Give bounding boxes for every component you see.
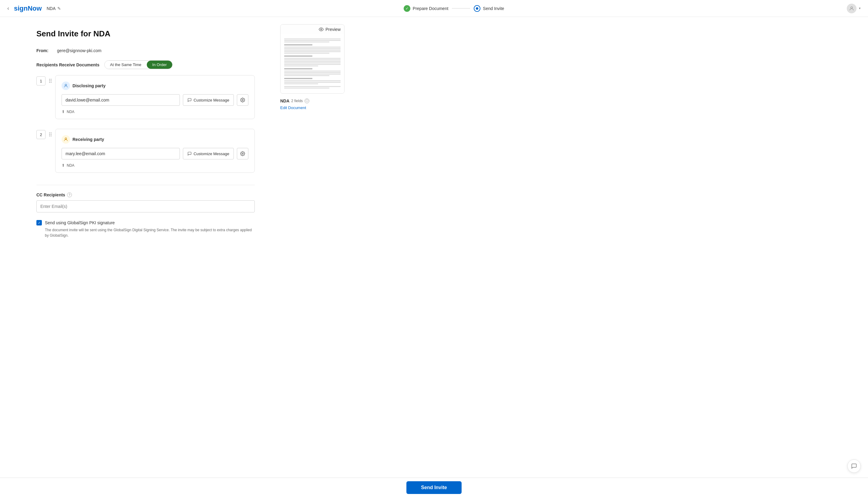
cc-section: CC Recipients ? bbox=[37, 193, 255, 212]
recipient-body-2: Customize Message bbox=[61, 148, 248, 159]
recipient-type-1: Disclosing party bbox=[72, 83, 106, 88]
user-avatar[interactable] bbox=[847, 4, 856, 13]
recipients-label: Recipients Receive Documents bbox=[37, 62, 99, 67]
recipient-email-1[interactable] bbox=[61, 94, 180, 106]
customize-message-label-1: Customize Message bbox=[193, 98, 229, 102]
recipient-header-2: Receiving party bbox=[61, 135, 248, 144]
customize-message-btn-2[interactable]: Customize Message bbox=[183, 148, 234, 159]
checkbox-text-block: Send using GlobalSign PKI signature The … bbox=[45, 220, 255, 238]
step-send: Send Invite bbox=[474, 5, 504, 12]
svg-point-2 bbox=[242, 99, 243, 101]
toggle-in-order[interactable]: In Order bbox=[147, 61, 172, 69]
step-prepare-label: Prepare Document bbox=[413, 6, 449, 11]
logo: signNow bbox=[14, 4, 42, 12]
chat-button[interactable] bbox=[848, 459, 861, 473]
order-toggle-group: At the Same Time In Order bbox=[104, 60, 173, 69]
toggle-same-time[interactable]: At the Same Time bbox=[105, 61, 147, 69]
back-icon: ‹ bbox=[7, 5, 9, 12]
globalsign-checkbox[interactable]: ✓ bbox=[37, 220, 42, 226]
app-header: ‹ signNow NDA ✎ ✓ Prepare Document Send … bbox=[0, 0, 868, 17]
logo-sign: sign bbox=[14, 4, 28, 12]
recipient-body-1: Customize Message bbox=[61, 94, 248, 106]
back-button[interactable]: ‹ bbox=[7, 5, 9, 12]
svg-point-1 bbox=[65, 84, 66, 86]
step-circle-icon bbox=[474, 5, 480, 12]
header-left: ‹ signNow NDA ✎ bbox=[7, 4, 61, 12]
form-content: Send Invite for NDA From: gere@signnow-p… bbox=[0, 17, 273, 478]
recipient-icon-2 bbox=[61, 135, 70, 144]
sidebar: Preview bbox=[273, 17, 352, 478]
fields-info-icon[interactable]: ⓘ bbox=[304, 99, 309, 103]
cc-label: CC Recipients bbox=[37, 193, 65, 197]
from-row: From: gere@signnow-pki.com bbox=[37, 48, 255, 53]
from-label: From: bbox=[37, 48, 55, 53]
doc-tag-label-1: NDA bbox=[67, 110, 74, 114]
doc-tag-icon-1: ⬆ bbox=[61, 109, 65, 114]
customize-message-btn-1[interactable]: Customize Message bbox=[183, 94, 234, 106]
main-content: Send Invite for NDA From: gere@signnow-p… bbox=[0, 17, 868, 478]
svg-point-4 bbox=[242, 153, 243, 154]
header-right: ▾ bbox=[847, 4, 861, 13]
doc-info-row: NDA 2 fields ⓘ bbox=[280, 99, 345, 103]
cc-label-row: CC Recipients ? bbox=[37, 193, 255, 197]
step-send-label: Send Invite bbox=[483, 6, 504, 11]
drag-handle-2[interactable] bbox=[49, 132, 52, 137]
recipient-row-1: 1 Disclosing party bbox=[37, 75, 255, 124]
checkbox-check-icon: ✓ bbox=[38, 221, 41, 225]
doc-tag-label-2: NDA bbox=[67, 164, 74, 168]
recipient-card-2: Receiving party Customize Message bbox=[55, 129, 255, 173]
doc-tag-2: ⬆ NDA bbox=[61, 163, 248, 168]
preview-eye-icon bbox=[319, 27, 323, 32]
recipient-settings-btn-1[interactable] bbox=[237, 94, 248, 106]
doc-title: NDA ✎ bbox=[47, 6, 61, 11]
doc-tag-icon-2: ⬆ bbox=[61, 163, 65, 168]
doc-name-label: NDA bbox=[47, 6, 56, 11]
doc-tag-1: ⬆ NDA bbox=[61, 109, 248, 114]
user-dropdown-icon[interactable]: ▾ bbox=[859, 6, 861, 10]
step-prepare: ✓ Prepare Document bbox=[404, 5, 449, 12]
preview-card: Preview bbox=[280, 24, 345, 94]
edit-doc-icon[interactable]: ✎ bbox=[57, 6, 61, 11]
recipient-email-2[interactable] bbox=[61, 148, 180, 159]
step-check-icon: ✓ bbox=[404, 5, 410, 12]
doc-fields-badge: 2 fields bbox=[291, 99, 303, 103]
recipient-type-2: Receiving party bbox=[72, 137, 104, 142]
globalsign-checkbox-description: The document invite will be sent using t… bbox=[45, 227, 255, 238]
page-title: Send Invite for NDA bbox=[37, 29, 255, 39]
recipient-header-1: Disclosing party bbox=[61, 82, 248, 90]
globalsign-checkbox-label: Send using GlobalSign PKI signature bbox=[45, 220, 255, 226]
recipient-row-2: 2 Receiving party bbox=[37, 129, 255, 178]
recipients-header: Recipients Receive Documents At the Same… bbox=[37, 60, 255, 69]
preview-header: Preview bbox=[280, 25, 344, 34]
cc-info-icon[interactable]: ? bbox=[67, 193, 72, 197]
edit-document-link[interactable]: Edit Document bbox=[280, 105, 306, 110]
step-dot bbox=[476, 7, 478, 10]
customize-message-label-2: Customize Message bbox=[193, 152, 229, 156]
recipient-number-1: 1 bbox=[37, 76, 45, 85]
preview-label: Preview bbox=[326, 27, 341, 32]
drag-handle-1[interactable] bbox=[49, 79, 52, 83]
recipient-number-2: 2 bbox=[37, 130, 45, 139]
recipient-settings-btn-2[interactable] bbox=[237, 148, 248, 159]
step-line bbox=[452, 8, 470, 9]
svg-point-5 bbox=[320, 29, 322, 30]
header-steps: ✓ Prepare Document Send Invite bbox=[404, 5, 504, 12]
recipient-icon-1 bbox=[61, 82, 70, 90]
logo-text: signNow bbox=[14, 4, 42, 12]
logo-now: Now bbox=[28, 4, 42, 12]
cc-input[interactable] bbox=[37, 200, 255, 212]
recipient-card-1: Disclosing party Customize Message bbox=[55, 75, 255, 119]
from-email: gere@signnow-pki.com bbox=[57, 48, 101, 53]
svg-point-0 bbox=[851, 7, 853, 9]
globalsign-checkbox-row: ✓ Send using GlobalSign PKI signature Th… bbox=[37, 220, 255, 238]
preview-document bbox=[280, 34, 344, 93]
svg-point-3 bbox=[65, 138, 66, 139]
doc-info-name: NDA bbox=[280, 99, 289, 103]
